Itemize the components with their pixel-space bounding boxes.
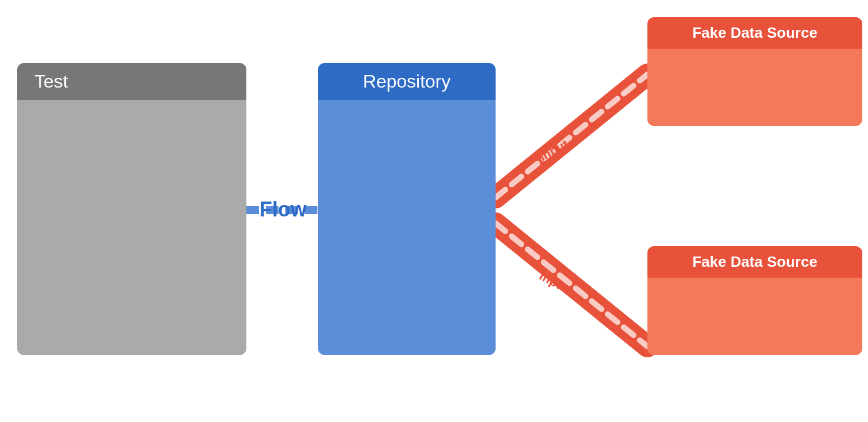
input-bottom-label: Input bbox=[537, 269, 571, 296]
fds-bottom-block: Fake Data Source bbox=[647, 246, 862, 355]
diagram-canvas: Test Repository Fake Data Source Fake Da… bbox=[0, 0, 868, 422]
bottom-pipe-dash bbox=[496, 223, 647, 346]
input-top-label: Input bbox=[537, 137, 571, 164]
fds-top-header: Fake Data Source bbox=[647, 17, 862, 49]
repo-body bbox=[318, 100, 496, 355]
fds-bottom-header: Fake Data Source bbox=[647, 246, 862, 278]
fds-top-body bbox=[647, 49, 862, 126]
test-body bbox=[17, 100, 246, 355]
repo-header: Repository bbox=[318, 63, 496, 100]
flow-label: Flow bbox=[260, 198, 307, 222]
test-title: Test bbox=[34, 71, 68, 92]
bottom-pipe-bg bbox=[496, 223, 647, 346]
fds-bottom-body bbox=[647, 278, 862, 355]
fds-top-block: Fake Data Source bbox=[647, 17, 862, 126]
test-block: Test bbox=[17, 63, 246, 355]
top-pipe-dash bbox=[496, 74, 647, 198]
fds-top-title: Fake Data Source bbox=[692, 24, 817, 42]
fds-bottom-title: Fake Data Source bbox=[692, 253, 817, 271]
repo-title: Repository bbox=[363, 71, 451, 92]
top-pipe-bg bbox=[496, 74, 647, 198]
repo-block: Repository bbox=[318, 63, 496, 355]
test-header: Test bbox=[17, 63, 246, 100]
